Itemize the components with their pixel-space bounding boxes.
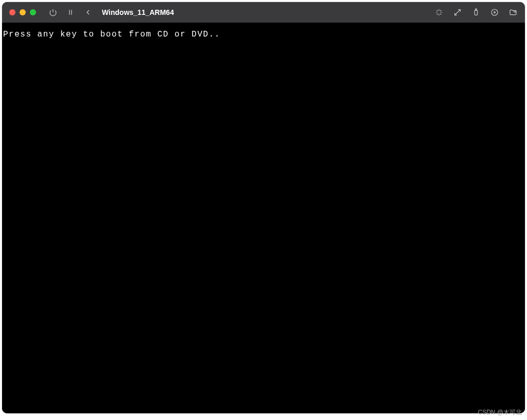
titlebar-right-controls [434, 8, 518, 17]
svg-line-10 [458, 10, 460, 12]
close-button[interactable] [9, 9, 15, 15]
svg-point-16 [514, 10, 516, 12]
vm-window: Windows_11_ARM64 Press any key to boot f… [2, 2, 525, 413]
svg-line-8 [437, 13, 438, 14]
back-icon[interactable] [83, 8, 93, 17]
svg-line-9 [440, 10, 441, 11]
svg-line-6 [437, 10, 438, 11]
watermark: CSDN @木可北 [478, 408, 522, 417]
svg-point-14 [491, 9, 498, 15]
titlebar-left-controls [48, 8, 93, 17]
traffic-lights [9, 9, 36, 15]
svg-point-15 [494, 12, 496, 13]
pause-icon[interactable] [66, 8, 75, 17]
vm-content[interactable]: Press any key to boot from CD or DVD.. [2, 23, 525, 413]
activity-icon[interactable] [434, 8, 444, 17]
disc-icon[interactable] [490, 8, 499, 17]
power-icon[interactable] [48, 8, 58, 17]
titlebar: Windows_11_ARM64 [2, 2, 525, 23]
svg-line-11 [455, 12, 458, 15]
folder-icon[interactable] [508, 8, 518, 17]
boot-message: Press any key to boot from CD or DVD.. [3, 30, 220, 39]
window-title: Windows_11_ARM64 [102, 8, 174, 16]
maximize-button[interactable] [30, 9, 36, 15]
usb-icon[interactable] [471, 8, 481, 17]
svg-line-7 [440, 13, 441, 14]
fullscreen-icon[interactable] [453, 8, 462, 17]
svg-rect-12 [475, 10, 477, 15]
minimize-button[interactable] [20, 9, 26, 15]
svg-rect-13 [476, 9, 477, 10]
